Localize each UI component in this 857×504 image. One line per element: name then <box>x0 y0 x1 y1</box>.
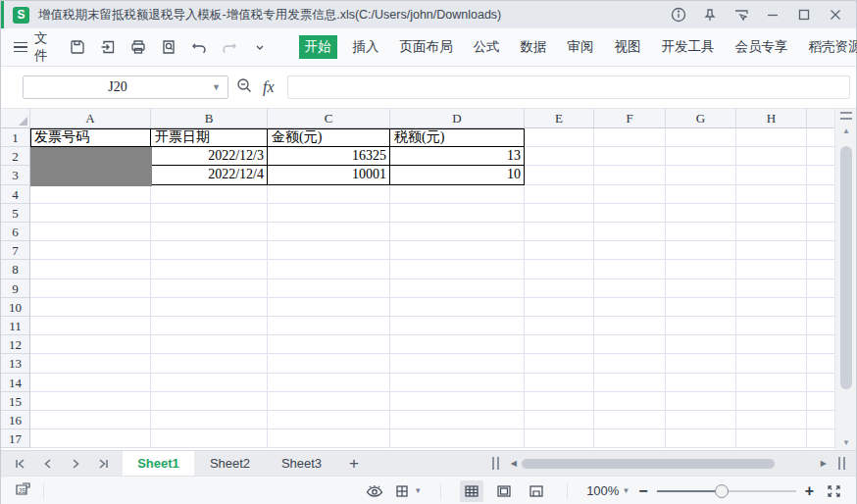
sheet-tab-sheet1[interactable]: Sheet1 <box>123 451 194 477</box>
cell-C11[interactable] <box>268 317 390 335</box>
row-header-3[interactable]: 3 <box>1 166 30 184</box>
cell-D12[interactable] <box>390 335 525 354</box>
cell-G12[interactable] <box>666 335 736 354</box>
cell-D13[interactable] <box>390 354 525 373</box>
cell-F13[interactable] <box>594 354 666 373</box>
cell-H17[interactable] <box>736 429 807 448</box>
cell-C4[interactable] <box>268 185 390 204</box>
name-box[interactable]: J20 ▼ <box>23 76 228 99</box>
pin-icon[interactable] <box>699 4 721 25</box>
cell-F4[interactable] <box>594 185 666 204</box>
cell-D9[interactable] <box>390 279 525 298</box>
tab-insert[interactable]: 插入 <box>348 35 384 59</box>
cell-E8[interactable] <box>525 260 594 278</box>
cell-X4[interactable] <box>807 185 836 204</box>
cell-C3[interactable]: 10001 <box>268 166 390 184</box>
hide-window-icon[interactable] <box>731 4 752 25</box>
zoom-dropdown-icon[interactable]: ▼ <box>622 486 630 495</box>
macro-js-icon[interactable]: JS <box>14 480 33 501</box>
cell-B13[interactable] <box>151 354 268 373</box>
cell-X11[interactable] <box>807 317 836 335</box>
row-header-16[interactable]: 16 <box>1 411 30 429</box>
cell-F6[interactable] <box>594 223 666 241</box>
cell-X16[interactable] <box>807 411 836 429</box>
cell-D14[interactable] <box>390 374 525 392</box>
cell-X3[interactable] <box>807 166 836 184</box>
cell-F15[interactable] <box>594 392 666 411</box>
close-icon[interactable] <box>825 4 846 25</box>
row-header-9[interactable]: 9 <box>1 279 30 298</box>
cell-X7[interactable] <box>807 241 836 260</box>
cell-X14[interactable] <box>807 374 836 392</box>
cell-D4[interactable] <box>390 185 525 204</box>
row-header-4[interactable]: 4 <box>1 185 30 204</box>
normal-view-icon[interactable] <box>460 480 483 502</box>
cell-B2[interactable]: 2022/12/3 <box>151 147 268 166</box>
row-header-12[interactable]: 12 <box>1 335 30 354</box>
row-header-8[interactable]: 8 <box>1 260 30 278</box>
cell-B4[interactable] <box>151 185 268 204</box>
cell-C15[interactable] <box>268 392 390 411</box>
cell-F1[interactable] <box>594 128 666 147</box>
cell-X6[interactable] <box>807 223 836 241</box>
row-header-1[interactable]: 1 <box>1 128 30 147</box>
cell-A11[interactable] <box>30 317 151 335</box>
cell-H15[interactable] <box>736 392 807 411</box>
vertical-scrollbar[interactable]: ▲ ▼ <box>834 109 856 450</box>
cell-G1[interactable] <box>666 128 736 147</box>
cell-B16[interactable] <box>151 411 268 429</box>
column-header-E[interactable]: E <box>525 109 594 128</box>
cell-D7[interactable] <box>390 241 525 260</box>
cell-F2[interactable] <box>594 147 666 166</box>
tab-membership[interactable]: 会员专享 <box>731 35 793 59</box>
cell-X5[interactable] <box>807 204 836 223</box>
cell-B10[interactable] <box>151 298 268 317</box>
tab-docer-resources[interactable]: 稻壳资源 <box>804 35 857 59</box>
cell-D6[interactable] <box>390 223 525 241</box>
cell-H4[interactable] <box>736 185 807 204</box>
horizontal-split-handle[interactable] <box>492 457 499 470</box>
cell-G17[interactable] <box>666 429 736 448</box>
cell-H10[interactable] <box>736 298 807 317</box>
cell-H13[interactable] <box>736 354 807 373</box>
scroll-up-icon[interactable]: ▲ <box>835 126 857 135</box>
cell-D11[interactable] <box>390 317 525 335</box>
cell-D1[interactable]: 税额(元) <box>390 128 525 147</box>
tab-home[interactable]: 开始 <box>299 35 337 59</box>
cell-B12[interactable] <box>151 335 268 354</box>
cell-D16[interactable] <box>390 411 525 429</box>
cell-A4[interactable] <box>30 185 151 204</box>
tab-page-layout[interactable]: 页面布局 <box>395 35 458 59</box>
row-header-15[interactable]: 15 <box>1 392 30 411</box>
tab-data[interactable]: 数据 <box>516 35 552 59</box>
cell-X2[interactable] <box>807 147 836 166</box>
cell-G8[interactable] <box>666 260 736 278</box>
cell-D5[interactable] <box>390 204 525 223</box>
add-sheet-icon[interactable]: + <box>337 454 371 474</box>
cell-E16[interactable] <box>525 411 594 429</box>
fullscreen-icon[interactable] <box>823 480 844 502</box>
page-break-preview-icon[interactable] <box>525 480 548 502</box>
cell-E4[interactable] <box>525 185 594 204</box>
cell-G7[interactable] <box>666 241 736 260</box>
minimize-icon[interactable] <box>762 4 783 25</box>
cell-G3[interactable] <box>666 166 736 184</box>
cell-A10[interactable] <box>30 298 151 317</box>
row-header-10[interactable]: 10 <box>1 298 30 317</box>
tab-review[interactable]: 审阅 <box>563 35 599 59</box>
cell-E2[interactable] <box>525 147 594 166</box>
cell-G10[interactable] <box>666 298 736 317</box>
cell-F9[interactable] <box>594 279 666 298</box>
cell-C14[interactable] <box>268 374 390 392</box>
cell-A16[interactable] <box>30 411 151 429</box>
cell-C16[interactable] <box>268 411 390 429</box>
first-sheet-icon[interactable] <box>9 452 32 476</box>
cell-C10[interactable] <box>268 298 390 317</box>
cell-C9[interactable] <box>268 279 390 298</box>
cell-A6[interactable] <box>30 223 151 241</box>
sheet-tab-sheet2[interactable]: Sheet2 <box>194 451 266 477</box>
cell-B5[interactable] <box>151 204 268 223</box>
cell-F5[interactable] <box>594 204 666 223</box>
tab-developer[interactable]: 开发工具 <box>657 35 720 59</box>
last-sheet-icon[interactable] <box>91 452 115 476</box>
